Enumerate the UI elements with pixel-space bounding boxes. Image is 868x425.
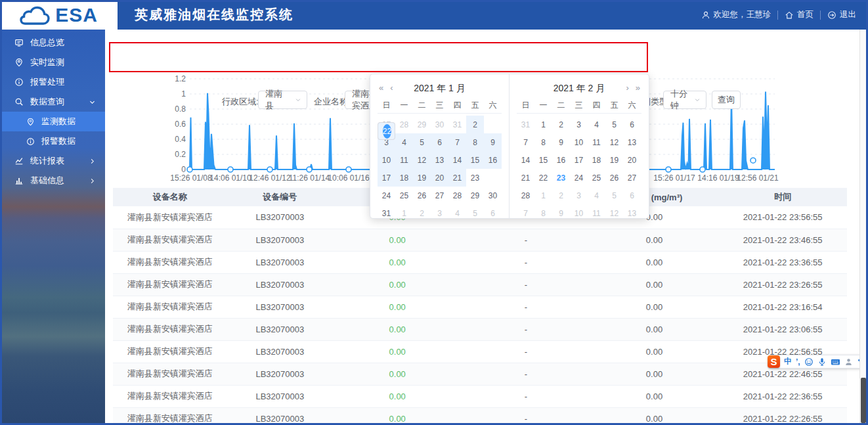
calendar-day-cell[interactable]: 16 bbox=[552, 151, 570, 169]
calendar-day-cell[interactable]: 1 bbox=[534, 187, 552, 204]
calendar-day-cell[interactable]: 24 bbox=[570, 169, 588, 187]
calendar-day-cell[interactable]: 20 bbox=[431, 169, 448, 187]
calendar-day-cell[interactable]: 29 bbox=[413, 116, 431, 133]
calendar-day-cell[interactable]: 16 bbox=[484, 151, 502, 169]
calendar-day-cell[interactable]: 11 bbox=[588, 133, 605, 151]
calendar-day-cell[interactable]: 25 bbox=[588, 169, 605, 187]
calendar-day-cell[interactable]: 26 bbox=[605, 169, 623, 187]
calendar-day-cell[interactable]: 9 bbox=[552, 204, 570, 222]
account-icon[interactable] bbox=[844, 357, 853, 367]
calendar-day-cell[interactable]: 6 bbox=[484, 204, 502, 222]
emoji-icon[interactable] bbox=[804, 357, 814, 367]
calendar-day-cell[interactable]: 13 bbox=[431, 151, 448, 169]
sidebar-item-报警数据[interactable]: 报警数据 bbox=[0, 131, 105, 151]
calendar-day-cell[interactable]: 20 bbox=[623, 151, 641, 169]
punctuation-icon[interactable]: ’, bbox=[796, 357, 800, 367]
calendar-day-cell[interactable]: 18 bbox=[395, 169, 413, 187]
calendar-day-cell[interactable]: 2 bbox=[466, 116, 484, 133]
keyboard-icon[interactable] bbox=[831, 357, 840, 367]
calendar-day-cell[interactable]: 22 bbox=[534, 169, 552, 187]
calendar-day-cell[interactable]: 10 bbox=[378, 151, 395, 169]
calendar-day-cell[interactable]: 31 bbox=[517, 116, 534, 133]
calendar-day-cell[interactable]: 6 bbox=[623, 187, 641, 204]
query-button[interactable]: 查询 bbox=[712, 91, 741, 109]
next-month-button[interactable]: › bbox=[626, 83, 628, 93]
calendar-day-cell[interactable]: 17 bbox=[570, 151, 588, 169]
calendar-day-cell[interactable]: 30 bbox=[484, 187, 502, 204]
calendar-day-cell[interactable]: 4 bbox=[588, 187, 605, 204]
calendar-day-cell[interactable]: 7 bbox=[448, 133, 466, 151]
calendar-day-cell[interactable]: 21 bbox=[448, 169, 466, 187]
calendar-day-cell[interactable]: 1 bbox=[395, 204, 413, 222]
calendar-day-cell[interactable]: 27 bbox=[623, 169, 641, 187]
calendar-day-cell[interactable]: 15 bbox=[466, 151, 484, 169]
calendar-day-cell[interactable]: 14 bbox=[517, 151, 534, 169]
calendar-day-cell[interactable]: 2 bbox=[413, 204, 431, 222]
calendar-day-cell[interactable]: 23 bbox=[552, 169, 570, 187]
calendar-day-cell[interactable]: 12 bbox=[413, 151, 431, 169]
calendar-day-cell[interactable]: 4 bbox=[395, 133, 413, 151]
calendar-day-cell[interactable]: 8 bbox=[534, 133, 552, 151]
calendar-day-cell[interactable]: 18 bbox=[588, 151, 605, 169]
calendar-day-cell[interactable]: 21 bbox=[517, 169, 534, 187]
calendar-day-cell[interactable]: 3 bbox=[431, 204, 448, 222]
calendar-day-cell[interactable]: 13 bbox=[623, 133, 641, 151]
calendar-day-cell[interactable]: 25 bbox=[395, 187, 413, 204]
calendar-day-cell[interactable]: 2 bbox=[552, 187, 570, 204]
home-button[interactable]: 首页 bbox=[785, 9, 814, 20]
sidebar-item-数据查询[interactable]: 数据查询 bbox=[0, 92, 105, 112]
calendar-day-cell[interactable]: 14 bbox=[448, 151, 466, 169]
calendar-day-cell[interactable]: 7 bbox=[517, 133, 534, 151]
calendar-day-cell[interactable]: 2 bbox=[552, 116, 570, 133]
calendar-day-cell[interactable]: 30 bbox=[431, 116, 448, 133]
next-year-button[interactable]: » bbox=[636, 83, 640, 93]
prev-month-button[interactable]: ‹ bbox=[390, 83, 393, 93]
calendar-day-cell[interactable]: 23 bbox=[466, 169, 484, 187]
calendar-day-cell[interactable]: 11 bbox=[588, 204, 605, 222]
sogou-logo[interactable]: S bbox=[768, 355, 780, 368]
calendar-day-cell[interactable]: 17 bbox=[378, 169, 395, 187]
calendar-day-cell[interactable]: 13 bbox=[623, 204, 641, 222]
calendar-day-cell[interactable]: 1 bbox=[534, 116, 552, 133]
calendar-day-cell[interactable]: 4 bbox=[588, 116, 605, 133]
calendar-day-cell[interactable]: 29 bbox=[466, 187, 484, 204]
calendar-day-cell[interactable]: 4 bbox=[448, 204, 466, 222]
calendar-day-cell[interactable]: 28 bbox=[395, 116, 413, 133]
calendar-day-cell[interactable]: 5 bbox=[605, 187, 623, 204]
calendar-day-cell[interactable]: 6 bbox=[623, 116, 641, 133]
calendar-day-cell[interactable]: 6 bbox=[431, 133, 448, 151]
sidebar-item-统计报表[interactable]: 统计报表 bbox=[0, 151, 105, 171]
calendar-day-cell[interactable]: 5 bbox=[466, 204, 484, 222]
lang-zh-icon[interactable]: 中 bbox=[784, 356, 792, 367]
calendar-day-cell[interactable]: 8 bbox=[466, 133, 484, 151]
calendar-day-cell[interactable]: 9 bbox=[552, 133, 570, 151]
calendar-day-cell[interactable]: 5 bbox=[605, 116, 623, 133]
user-menu[interactable]: 欢迎您，王慧珍 bbox=[701, 9, 771, 20]
calendar-day-cell[interactable]: 31 bbox=[448, 116, 466, 133]
calendar-day-cell[interactable]: 19 bbox=[413, 169, 431, 187]
calendar-day-cell[interactable]: 31 bbox=[378, 204, 395, 222]
calendar-day-cell[interactable]: 22 bbox=[378, 122, 395, 140]
calendar-day-cell[interactable]: 24 bbox=[378, 187, 395, 204]
scrollbar-thumb[interactable] bbox=[861, 378, 866, 423]
mic-icon[interactable] bbox=[817, 357, 827, 367]
calendar-day-cell[interactable]: 7 bbox=[517, 204, 534, 222]
calendar-day-cell[interactable]: 28 bbox=[448, 187, 466, 204]
calendar-day-cell[interactable]: 10 bbox=[570, 133, 588, 151]
sidebar-item-监测数据[interactable]: 监测数据 bbox=[0, 112, 105, 131]
prev-year-button[interactable]: « bbox=[379, 83, 383, 93]
calendar-day-cell[interactable]: 11 bbox=[395, 151, 413, 169]
time-type-select[interactable]: 十分钟 bbox=[663, 91, 706, 109]
calendar-day-cell[interactable]: 3 bbox=[570, 187, 588, 204]
calendar-day-cell[interactable]: 5 bbox=[413, 133, 431, 151]
logout-button[interactable]: 退出 bbox=[827, 9, 856, 20]
calendar-day-cell[interactable]: 26 bbox=[413, 187, 431, 204]
calendar-day-cell[interactable]: 10 bbox=[570, 204, 588, 222]
sidebar-item-实时监测[interactable]: 实时监测 bbox=[0, 53, 105, 72]
calendar-day-cell[interactable]: 12 bbox=[605, 204, 623, 222]
calendar-day-cell[interactable]: 12 bbox=[605, 133, 623, 151]
calendar-day-cell[interactable]: 15 bbox=[534, 151, 552, 169]
region-select[interactable]: 灌南县 bbox=[258, 91, 307, 109]
calendar-day-cell[interactable]: 27 bbox=[431, 187, 448, 204]
sidebar-item-基础信息[interactable]: 基础信息 bbox=[0, 171, 105, 190]
